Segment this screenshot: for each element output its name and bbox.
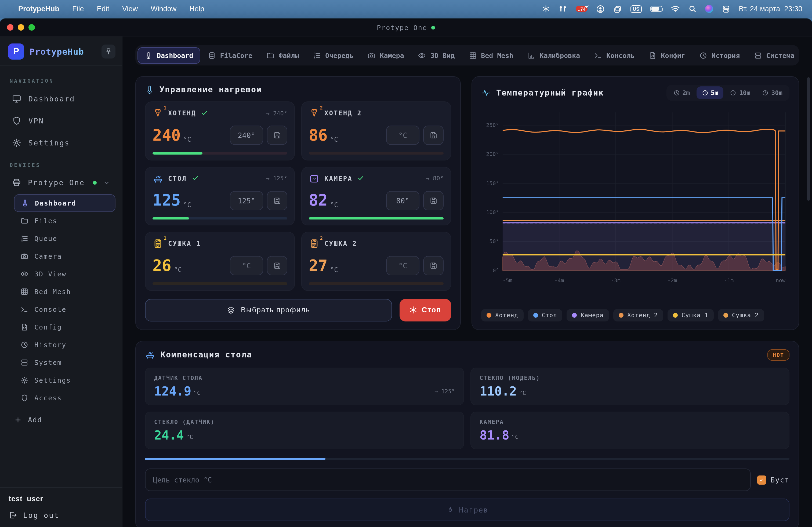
range-5m[interactable]: 5m — [696, 86, 724, 99]
range-30m[interactable]: 30m — [757, 86, 788, 99]
range-10m[interactable]: 10m — [725, 86, 756, 99]
heater-target: → 80° — [426, 175, 444, 182]
legend-стол[interactable]: Стол — [528, 309, 563, 321]
glass-target-input[interactable] — [145, 468, 751, 491]
svg-text:200°: 200° — [486, 151, 499, 157]
heater-setpoint-input[interactable] — [230, 191, 263, 210]
device-item-system[interactable]: System — [14, 353, 115, 371]
pulse-icon — [481, 88, 491, 98]
menu-view[interactable]: View — [122, 5, 138, 13]
save-setpoint-button[interactable] — [267, 191, 287, 210]
heater-setpoint-input[interactable] — [386, 256, 419, 275]
layers-icon — [227, 306, 235, 314]
temperature-chart[interactable]: 0°50°100°150°200°250°-5m-4m-3m-2m-1mnow — [481, 106, 789, 304]
heater-progress — [309, 217, 444, 220]
filecode-icon — [20, 323, 28, 331]
input-source-icon[interactable]: US — [630, 5, 641, 13]
tab-камера[interactable]: Камера — [361, 47, 410, 64]
device-item-config[interactable]: Config — [14, 318, 115, 336]
heater-unit: °C — [184, 201, 191, 210]
tab-история[interactable]: История — [693, 47, 746, 64]
legend-хотенд[interactable]: Хотенд — [481, 309, 524, 321]
legend-сушка-2[interactable]: Сушка 2 — [718, 309, 764, 321]
tab-консоль[interactable]: Консоль — [588, 47, 641, 64]
save-setpoint-button[interactable] — [423, 125, 444, 145]
shield-icon — [20, 394, 28, 402]
heat-button[interactable]: Нагрев — [145, 499, 789, 521]
add-device-button[interactable]: Add — [8, 410, 115, 429]
heater-setpoint-input[interactable] — [230, 125, 263, 145]
device-item-queue[interactable]: Queue — [14, 230, 115, 247]
heater-unit: °C — [330, 266, 338, 275]
battery-icon[interactable] — [650, 6, 662, 12]
tab-файлы[interactable]: Файлы — [260, 47, 305, 64]
save-setpoint-button[interactable] — [423, 256, 444, 275]
menu-window[interactable]: Window — [151, 5, 176, 13]
account-icon[interactable] — [596, 4, 605, 13]
boost-toggle[interactable]: ✓ Буст — [757, 475, 789, 484]
device-item-3d-view[interactable]: 3D View — [14, 265, 115, 283]
siri-icon[interactable] — [705, 5, 713, 13]
select-profile-button[interactable]: Выбрать профиль — [145, 299, 392, 321]
device-item-console[interactable]: Console — [14, 301, 115, 318]
menu-help[interactable]: Help — [189, 5, 204, 13]
close-window-button[interactable] — [7, 24, 13, 31]
range-2m[interactable]: 2m — [668, 86, 695, 99]
heater-unit: °C — [184, 136, 191, 145]
tab-система[interactable]: Система — [747, 47, 799, 64]
pin-sidebar-button[interactable] — [102, 45, 115, 59]
server-icon — [754, 51, 762, 59]
save-setpoint-button[interactable] — [267, 256, 287, 275]
minimize-window-button[interactable] — [18, 24, 24, 31]
menu-file[interactable]: File — [72, 5, 84, 13]
stage-manager-icon[interactable] — [613, 4, 622, 13]
control-center-icon[interactable] — [722, 4, 730, 13]
tab-очередь[interactable]: Очередь — [306, 47, 360, 64]
status-badge-74[interactable]: ..74 — [576, 6, 588, 12]
scrollbar-thumb[interactable] — [807, 77, 810, 201]
window-titlebar[interactable]: Protype One — [0, 19, 812, 36]
save-setpoint-button[interactable] — [267, 125, 287, 145]
device-item-access[interactable]: Access — [14, 389, 115, 407]
section-label-devices: DEVICES — [10, 162, 112, 168]
wifi-icon[interactable] — [670, 5, 680, 12]
heater-setpoint-input[interactable] — [386, 191, 419, 210]
heater-setpoint-input[interactable] — [230, 256, 263, 275]
monitor-icon — [12, 94, 21, 103]
device-item-dashboard[interactable]: Dashboard — [14, 194, 115, 212]
tab-bed-mesh[interactable]: Bed Mesh — [462, 47, 520, 64]
zoom-window-button[interactable] — [28, 24, 35, 31]
device-item-settings[interactable]: Settings — [14, 371, 115, 389]
legend-сушка-1[interactable]: Сушка 1 — [668, 309, 714, 321]
tab-калибровка[interactable]: Калибровка — [521, 47, 587, 64]
tab-dashboard[interactable]: Dashboard — [137, 47, 200, 64]
legend-камера[interactable]: Камера — [567, 309, 609, 321]
menu-edit[interactable]: Edit — [97, 5, 110, 13]
menubar-clock[interactable]: Вт, 24 марта 23:30 — [739, 5, 802, 13]
stop-heating-button[interactable]: Стоп — [400, 299, 451, 321]
clock-icon — [730, 90, 737, 96]
sidebar-item-vpn[interactable]: VPN — [6, 109, 115, 132]
accessibility-asterisk-icon[interactable] — [542, 5, 550, 13]
chart-legend: ХотендСтолКамераХотенд 2Сушка 1Сушка 2 — [481, 309, 789, 321]
boost-checkbox[interactable]: ✓ — [757, 475, 766, 484]
device-item-history[interactable]: History — [14, 336, 115, 353]
menubar-app-name[interactable]: ProtypeHub — [18, 5, 59, 13]
tab-filacore[interactable]: FilaCore — [201, 47, 259, 64]
save-setpoint-button[interactable] — [423, 191, 444, 210]
logout-button[interactable]: Log out — [9, 511, 113, 520]
device-online-dot — [93, 181, 97, 184]
sidebar-item-dashboard[interactable]: Dashboard — [6, 88, 115, 109]
tab-3d-вид[interactable]: 3D Вид — [412, 47, 461, 64]
tab-конфиг[interactable]: Конфиг — [642, 47, 692, 64]
device-item-files[interactable]: Files — [14, 212, 115, 230]
device-item-camera[interactable]: Camera — [14, 247, 115, 265]
heater-setpoint-input[interactable] — [386, 125, 419, 145]
sidebar-device-protype-one[interactable]: Protype One — [6, 172, 115, 193]
sidebar-item-settings[interactable]: Settings — [6, 132, 115, 153]
airpods-icon[interactable] — [559, 5, 567, 13]
spotlight-search-icon[interactable] — [688, 5, 696, 13]
history-icon — [20, 341, 28, 349]
device-item-bed-mesh[interactable]: Bed Mesh — [14, 283, 115, 301]
legend-хотенд-2[interactable]: Хотенд 2 — [613, 309, 663, 321]
